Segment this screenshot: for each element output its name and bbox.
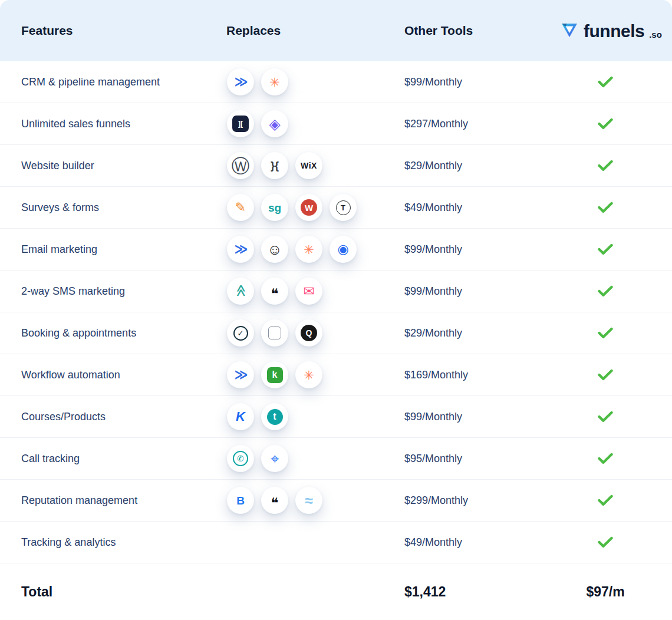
clock-check-icon: ✓ (227, 319, 254, 347)
tools-group: K t (206, 403, 383, 430)
price-label: $49/Monthly (383, 536, 560, 549)
surveygizmo-icon: sg (261, 194, 288, 221)
tools-group: ✎ sg W T (206, 194, 383, 221)
header-other-tools: Other Tools (383, 24, 560, 38)
feature-label: Surveys & forms (0, 202, 206, 214)
row-surveys-forms: Surveys & forms ✎ sg W T $49/Monthly (0, 187, 672, 229)
check-icon (598, 536, 613, 548)
header-features: Features (0, 24, 206, 38)
tools-group: ✓ Q (206, 319, 383, 347)
wix-icon: WiX (295, 152, 322, 179)
check-cell (560, 327, 672, 339)
check-icon (598, 118, 613, 130)
activecampaign-icon: ≫ (227, 361, 254, 388)
check-cell (560, 494, 672, 506)
birdeye-icon: B (227, 487, 254, 514)
check-icon (598, 243, 613, 255)
wave-swirl-icon: ≈ (295, 487, 322, 514)
feature-label: Workflow automation (0, 369, 206, 381)
mailchimp-icon: ☺ (261, 236, 288, 263)
total-other-tools: $1,412 (383, 584, 560, 600)
check-icon (598, 369, 613, 381)
price-label: $95/Monthly (383, 453, 560, 465)
map-pin-icon: ⌖ (261, 445, 288, 472)
podium-icon: ❝ (261, 278, 288, 305)
check-icon (598, 411, 613, 423)
check-cell (560, 202, 672, 213)
feature-label: Unlimited sales funnels (0, 118, 206, 130)
check-icon (598, 327, 613, 339)
acuity-icon: Q (295, 319, 322, 347)
activecampaign-icon: ≫ (227, 68, 254, 95)
funnels-logo: funnels .so (560, 21, 662, 40)
check-cell (560, 160, 672, 172)
squarespace-icon: }{ (261, 152, 288, 179)
tools-group: ][ ◈ (206, 110, 383, 137)
pink-envelope-icon: ✉ (295, 278, 322, 305)
ontraport-icon: ◉ (330, 236, 357, 263)
tools-group: ≫ ✳ (206, 68, 383, 95)
price-label: $99/Monthly (383, 285, 560, 298)
podium-icon: ❝ (261, 487, 288, 514)
row-crm-pipeline: CRM & pipeline management ≫ ✳ $99/Monthl… (0, 61, 672, 103)
price-label: $297/Monthly (383, 118, 560, 130)
row-email-marketing: Email marketing ≫ ☺ ✳ ◉ $99/Monthly (0, 229, 672, 271)
check-cell (560, 243, 672, 255)
price-label: $29/Monthly (383, 327, 560, 339)
clickfunnels-icon: ][ (227, 110, 254, 137)
purple-layers-icon: ◈ (261, 110, 288, 137)
feature-label: Call tracking (0, 453, 206, 465)
feature-label: Booking & appointments (0, 327, 206, 339)
row-reputation-management: Reputation management B ❝ ≈ $299/Monthly (0, 480, 672, 522)
tools-group: ≫ ❝ ✉ (206, 278, 383, 305)
tools-group: Ⓦ }{ WiX (206, 152, 383, 179)
price-label: $169/Monthly (383, 369, 560, 381)
hubspot-icon: ✳ (261, 68, 288, 95)
price-label: $99/Monthly (383, 76, 560, 88)
header-replaces: Replaces (206, 24, 383, 38)
tools-group: B ❝ ≈ (206, 487, 383, 514)
brand-tld: .so (649, 30, 662, 39)
row-sms-marketing: 2-way SMS marketing ≫ ❝ ✉ $99/Monthly (0, 271, 672, 312)
sms-chevrons-icon: ≫ (227, 278, 254, 305)
feature-label: Tracking & analytics (0, 536, 206, 549)
feature-label: Website builder (0, 160, 206, 172)
check-icon (598, 285, 613, 297)
check-cell (560, 453, 672, 464)
hubspot-icon: ✳ (295, 361, 322, 388)
check-cell (560, 285, 672, 297)
brand-name: funnels (584, 22, 644, 40)
header-brand: funnels .so (560, 21, 672, 40)
check-cell (560, 118, 672, 130)
wufoo-icon: W (295, 194, 322, 221)
table-header: Features Replaces Other Tools funnels (0, 0, 672, 61)
check-icon (598, 202, 613, 213)
feature-label: Reputation management (0, 494, 206, 507)
check-cell (560, 411, 672, 423)
check-cell (560, 76, 672, 88)
check-cell (560, 369, 672, 381)
price-label: $49/Monthly (383, 202, 560, 214)
row-workflow-automation: Workflow automation ≫ k ✳ $169/Monthly (0, 354, 672, 396)
hubspot-icon: ✳ (295, 236, 322, 263)
feature-label: Courses/Products (0, 411, 206, 423)
row-call-tracking: Call tracking ✆ ⌖ $95/Monthly (0, 438, 672, 480)
total-label: Total (0, 584, 206, 600)
price-label: $29/Monthly (383, 160, 560, 172)
keap-icon: k (261, 361, 288, 388)
comparison-table: Features Replaces Other Tools funnels (0, 0, 672, 620)
row-website-builder: Website builder Ⓦ }{ WiX $29/Monthly (0, 145, 672, 187)
activecampaign-icon: ≫ (227, 236, 254, 263)
calendar-icon (261, 319, 288, 347)
callrail-icon: ✆ (227, 445, 254, 472)
check-icon (598, 494, 613, 506)
wordpress-icon: Ⓦ (227, 152, 254, 179)
check-icon (598, 160, 613, 172)
tools-group: ≫ k ✳ (206, 361, 383, 388)
total-funnels-price: $97/m (560, 584, 672, 600)
row-courses-products: Courses/Products K t $99/Monthly (0, 396, 672, 438)
row-booking-appointments: Booking & appointments ✓ Q $29/Monthly (0, 312, 672, 354)
feature-label: Email marketing (0, 243, 206, 256)
form-pen-icon: ✎ (227, 194, 254, 221)
price-label: $99/Monthly (383, 243, 560, 256)
